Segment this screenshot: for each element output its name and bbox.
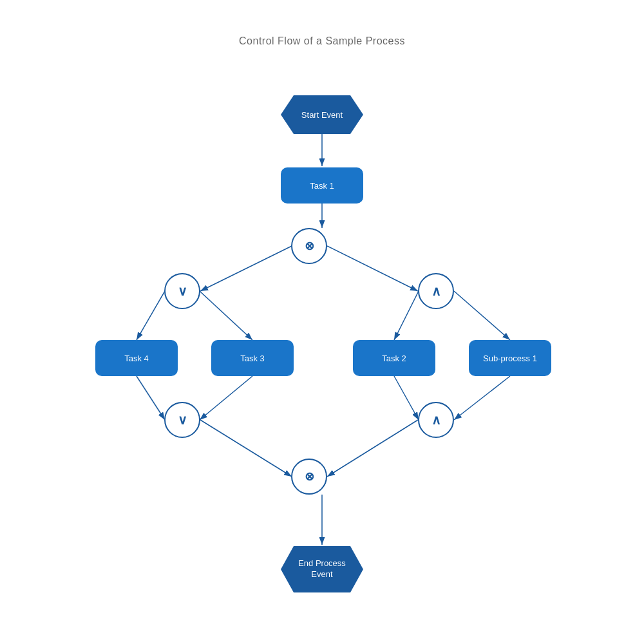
svg-line-4 (327, 246, 418, 291)
task1: Task 1 (281, 167, 363, 204)
task3-label: Task 3 (240, 354, 265, 363)
gateway-or-join-symbol: ∨ (178, 412, 187, 428)
svg-line-11 (394, 376, 419, 420)
gateway-join-x-symbol: ⊗ (305, 469, 314, 484)
svg-line-7 (394, 291, 419, 340)
gateway-or-left-split: ∨ (164, 273, 200, 309)
svg-line-10 (200, 376, 252, 420)
svg-line-8 (454, 291, 510, 340)
svg-line-9 (137, 376, 165, 420)
diagram-container: Control Flow of a Sample Process (0, 0, 644, 644)
gateway-and-right-split: ∧ (418, 273, 454, 309)
end-event-label: End Process Event (298, 558, 346, 580)
gateway-split-x-symbol: ⊗ (305, 239, 314, 253)
task1-label: Task 1 (310, 181, 334, 191)
gateway-join-x: ⊗ (291, 459, 327, 495)
gateway-and-right-join: ∧ (418, 402, 454, 438)
svg-line-14 (327, 420, 418, 477)
start-event: Start Event (281, 95, 363, 134)
subprocess1: Sub-process 1 (469, 340, 551, 376)
svg-line-6 (200, 291, 252, 340)
subprocess1-label: Sub-process 1 (483, 354, 537, 363)
task2-label: Task 2 (382, 354, 406, 363)
svg-line-5 (137, 291, 165, 340)
gateway-and-join-symbol: ∧ (431, 412, 441, 428)
gateway-or-left-symbol: ∨ (178, 283, 187, 299)
gateway-or-left-join: ∨ (164, 402, 200, 438)
gateway-and-right-symbol: ∧ (431, 283, 441, 299)
svg-line-3 (200, 246, 292, 291)
task4: Task 4 (95, 340, 178, 376)
start-event-label: Start Event (301, 110, 343, 120)
task4-label: Task 4 (124, 354, 149, 363)
svg-line-12 (454, 376, 510, 420)
task2: Task 2 (353, 340, 435, 376)
gateway-split-x: ⊗ (291, 228, 327, 264)
svg-line-13 (200, 420, 292, 477)
task3: Task 3 (211, 340, 294, 376)
end-event: End Process Event (281, 546, 363, 592)
